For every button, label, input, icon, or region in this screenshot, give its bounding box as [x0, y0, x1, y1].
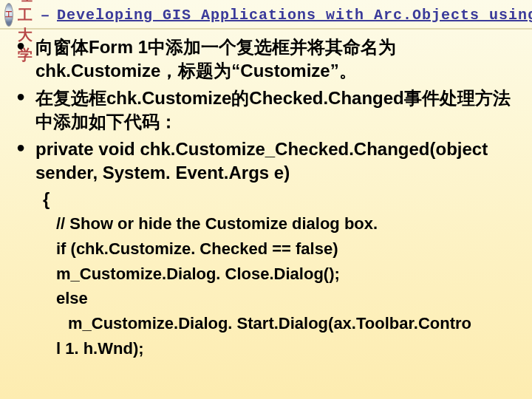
code-line-start: m_Customize.Dialog. Start.Dialog(ax.Tool… [56, 312, 526, 335]
bullet-item-3: private void chk.Customize_Checked.Chang… [15, 137, 526, 185]
code-line-close: m_Customize.Dialog. Close.Dialog(); [56, 262, 526, 286]
slide: 工 西理工大学 － Developing GIS Applications wi… [0, 0, 532, 399]
slide-content: 向窗体Form 1中添加一个复选框并将其命名为chk.Customize，标题为… [15, 35, 526, 362]
code-open-brace: { [15, 188, 526, 211]
header-separator: － [38, 5, 52, 25]
bullet-2-text: 在复选框chk.Customize的Checked.Changed事件处理方法中… [35, 88, 511, 132]
header-bar: 工 西理工大学 － Developing GIS Applications wi… [0, 1, 532, 30]
bullet-item-2: 在复选框chk.Customize的Checked.Changed事件处理方法中… [15, 86, 526, 134]
bullet-1-text: 向窗体Form 1中添加一个复选框并将其命名为chk.Customize，标题为… [35, 37, 396, 81]
code-line-start-cont: l 1. h.Wnd); [56, 337, 526, 361]
bullet-item-1: 向窗体Form 1中添加一个复选框并将其命名为chk.Customize，标题为… [15, 35, 526, 83]
bullet-3-text: private void chk.Customize_Checked.Chang… [35, 139, 488, 183]
course-title: Developing GIS Applications with Arc.Obj… [57, 7, 532, 24]
code-line-comment: // Show or hide the Customize dialog box… [56, 212, 526, 236]
code-block: // Show or hide the Customize dialog box… [15, 212, 526, 361]
code-line-if: if (chk.Customize. Checked == false) [56, 237, 526, 261]
university-logo-icon: 工 [4, 3, 13, 27]
code-line-else: else [56, 287, 526, 310]
